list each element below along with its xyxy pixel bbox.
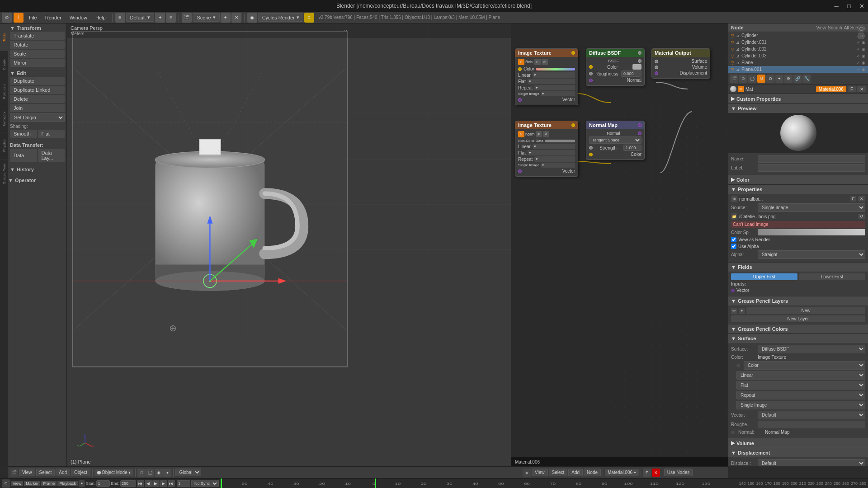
help-menu[interactable]: Help xyxy=(92,14,109,21)
material-f-btn[interactable]: F xyxy=(848,86,856,92)
preview-header[interactable]: ▼ Preview xyxy=(728,104,868,113)
duplicate-button[interactable]: Duplicate xyxy=(10,77,65,85)
view-tab[interactable]: View xyxy=(816,25,826,30)
outliner-item-plane[interactable]: ▽ ⊿ Plane ✓ ◉ xyxy=(728,59,868,66)
remove-workspace[interactable]: ✕ xyxy=(166,13,176,23)
timeline-view-btn[interactable]: View xyxy=(11,481,23,486)
cycles-icon[interactable]: C xyxy=(304,13,314,23)
timeline-marker-btn[interactable]: Marker xyxy=(24,481,40,486)
node-label-input[interactable] xyxy=(758,164,865,172)
timeline-playback-btn[interactable]: Playback xyxy=(57,481,78,486)
node-f-btn[interactable]: F xyxy=(643,469,651,477)
color-sub-select[interactable]: Color xyxy=(744,361,865,370)
end-frame-input[interactable] xyxy=(120,480,136,487)
viewport[interactable]: Camera Persp Meters ⊕ X Y Z (1) Plane xyxy=(67,23,511,466)
set-origin-select[interactable]: Set Origin xyxy=(10,113,65,122)
preview-ctrl-1[interactable]: ◯ xyxy=(858,25,864,32)
operator-header[interactable]: ▼ Operator xyxy=(8,178,66,183)
rendered-btn[interactable]: ● xyxy=(163,469,171,477)
start-frame-input[interactable] xyxy=(96,480,110,487)
material-props-icon[interactable]: M xyxy=(757,75,765,83)
new-layer-btn[interactable]: New Layer xyxy=(731,315,865,322)
add-workspace[interactable]: + xyxy=(155,13,165,23)
node-texture-2-output[interactable] xyxy=(571,123,575,127)
grease-pencil-layers-header[interactable]: ▼ Grease Pencil Layers xyxy=(728,296,868,305)
outliner-item-cylinder003[interactable]: ▽ ⊿ Cylinder.003 ✓ ◉ xyxy=(728,52,868,59)
physics-icon[interactable]: ⚙ xyxy=(784,75,793,83)
current-frame-input[interactable] xyxy=(177,480,190,487)
vtab-relations[interactable]: Relations xyxy=(0,78,8,105)
maximize-button[interactable]: □ xyxy=(843,0,855,12)
close-button[interactable]: ✕ xyxy=(855,0,868,12)
vtab-grease[interactable]: Grease Pencil xyxy=(0,159,8,186)
outliner-item-plane001[interactable]: ▽ ⊿ Plane.001 ✓ ◉ xyxy=(728,66,868,73)
norm-x-btn[interactable]: ✕ xyxy=(543,131,549,137)
render-icon[interactable]: ◉ xyxy=(247,13,257,23)
next-frame-btn[interactable]: ▶ xyxy=(160,480,167,487)
vtab-animation[interactable]: Animation xyxy=(0,105,8,132)
remove-scene[interactable]: ✕ xyxy=(231,13,241,23)
repeat-select[interactable]: Repeat xyxy=(736,391,865,399)
add-scene[interactable]: + xyxy=(221,13,231,23)
gp-new-btn[interactable]: New xyxy=(746,307,865,314)
texture-btn[interactable]: ◉ xyxy=(155,469,163,477)
node-editor[interactable]: Image Texture B Bois F ✕ Color Linear ▾ xyxy=(511,23,728,466)
surface-select[interactable]: Diffuse BSDF xyxy=(758,345,865,353)
render-menu[interactable]: Render xyxy=(42,14,65,21)
jump-end-btn[interactable]: ⏭ xyxy=(168,480,175,487)
outliner-item-cylinder001[interactable]: ▽ ⊿ Cylinder.001 ✓ ◉ xyxy=(728,39,868,46)
node-add-btn[interactable]: Add xyxy=(568,469,583,476)
node-view-btn[interactable]: View xyxy=(532,469,548,476)
node-normal-map[interactable]: Normal Map Normal Tangent Space Strength xyxy=(586,121,645,160)
interpolation-select[interactable]: Linear xyxy=(736,371,865,380)
norm-f-btn[interactable]: F xyxy=(536,131,542,137)
fields-header[interactable]: ▼ Fields xyxy=(728,263,868,272)
colorsp-bar[interactable] xyxy=(758,229,865,235)
duplicate-linked-button[interactable]: Duplicate Linked xyxy=(10,86,65,94)
scene-icon[interactable]: 🎬 xyxy=(182,13,192,23)
shader-f-btn[interactable]: F xyxy=(850,196,857,202)
minimize-button[interactable]: ─ xyxy=(830,0,843,12)
world-props-icon[interactable]: ◯ xyxy=(748,75,756,83)
material-selector[interactable]: Material.006 ▾ xyxy=(605,469,639,476)
custom-props-header[interactable]: ▶ Custom Properties xyxy=(728,94,868,103)
vp-add-btn[interactable]: Add xyxy=(56,469,70,476)
volume-header[interactable]: ▶ Volume xyxy=(728,438,868,448)
gp-add-icon[interactable]: + xyxy=(739,308,745,314)
material-name-badge[interactable]: Material.006 xyxy=(816,86,846,92)
jump-start-btn[interactable]: ⏮ xyxy=(137,480,144,487)
surface-header[interactable]: ▼ Surface xyxy=(728,334,868,343)
node-x-btn[interactable]: ✕ xyxy=(542,59,548,65)
node-diffuse-bsdf[interactable]: Diffuse BSDF BSDF Color Roughness xyxy=(586,48,645,86)
solid-btn[interactable]: ◯ xyxy=(146,469,154,477)
node-bsdf-output[interactable] xyxy=(638,51,642,55)
join-button[interactable]: Join xyxy=(10,104,65,112)
normalmap-out[interactable] xyxy=(638,123,642,127)
data-props-icon[interactable]: Ω xyxy=(766,75,774,83)
displacement-header[interactable]: ▼ Displacement xyxy=(728,448,868,457)
node-texture-1-output[interactable] xyxy=(571,51,575,55)
translate-button[interactable]: Translate xyxy=(10,32,65,40)
outliner-item-cylinder[interactable]: ▽ ⊿ Cylinder ✓ ◉ xyxy=(728,32,868,39)
scene-props-icon[interactable]: ⊙ xyxy=(739,75,747,83)
properties-header[interactable]: ▼ Properties xyxy=(728,185,868,194)
lower-first-btn[interactable]: Lower First xyxy=(799,273,865,280)
node-image-texture-2[interactable]: Image Texture N norm F ✕ Non-Color Data … xyxy=(515,121,578,177)
window-menu[interactable]: Window xyxy=(66,14,91,21)
shader-icon[interactable]: ⊞ xyxy=(731,196,737,202)
screen-icon[interactable]: ⊞ xyxy=(115,13,125,23)
wireframe-btn[interactable]: □ xyxy=(137,469,146,477)
data-button[interactable]: Data xyxy=(10,149,37,162)
color-header[interactable]: ▶ Color xyxy=(728,175,868,184)
data-lay-button[interactable]: Data Lay... xyxy=(38,149,65,162)
grease-pencil-colors-header[interactable]: ▼ Grease Pencil Colors xyxy=(728,324,868,333)
node-f-btn[interactable]: F xyxy=(534,59,541,65)
source-select[interactable]: Single Image xyxy=(758,203,865,212)
rotate-button[interactable]: Rotate xyxy=(10,41,65,49)
node-editor-icon[interactable]: ◈ xyxy=(523,469,531,477)
info-icon[interactable]: i xyxy=(14,13,24,23)
reload-btn[interactable]: ↺ xyxy=(858,214,865,219)
search-tab[interactable]: Search xyxy=(828,25,842,30)
vp-object-btn[interactable]: Object xyxy=(71,469,90,476)
window-controls[interactable]: ─ □ ✕ xyxy=(830,0,868,12)
